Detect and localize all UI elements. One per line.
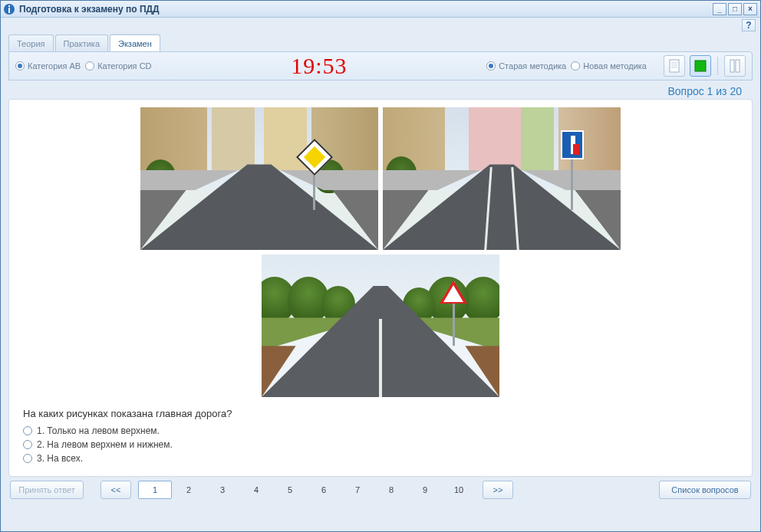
radio-category-ab[interactable]: Категория AB [15, 61, 81, 71]
question-counter: Вопрос 1 из 20 [8, 80, 753, 99]
radio-dot-icon [15, 61, 25, 71]
answer-option-1[interactable]: 1. Только на левом верхнем. [23, 424, 738, 438]
accept-answer-button[interactable]: Принять ответ [10, 481, 84, 499]
page-8[interactable]: 8 [374, 481, 408, 499]
page-numbers: 1 2 3 4 5 6 7 8 9 10 [137, 480, 476, 500]
tool-columns-icon[interactable] [724, 55, 746, 77]
radio-dot-icon [486, 61, 496, 71]
pager-bar: Принять ответ << 1 2 3 4 5 6 7 8 9 10 >>… [8, 477, 753, 503]
svg-rect-2 [670, 60, 679, 72]
tab-practice[interactable]: Практика [55, 34, 108, 51]
maximize-button[interactable]: □ [728, 3, 742, 15]
scene-bottom [262, 255, 499, 397]
answer-option-2[interactable]: 2. На левом верхнем и нижнем. [23, 438, 738, 452]
radio-icon [23, 440, 32, 449]
radio-category-ab-label: Категория AB [28, 61, 81, 71]
radio-icon [23, 454, 32, 463]
question-text: На каких рисунках показана главная дорог… [23, 408, 738, 419]
page-2[interactable]: 2 [172, 481, 206, 499]
answer-3-label: 3. На всех. [37, 453, 83, 464]
page-5[interactable]: 5 [273, 481, 307, 499]
exam-timer: 19:53 [291, 53, 347, 78]
page-4[interactable]: 4 [239, 481, 273, 499]
help-strip: ? [1, 18, 760, 33]
crossroads-warning-sign-icon [440, 281, 467, 304]
scene-top-left [140, 107, 378, 250]
tool-page-icon[interactable] [664, 55, 685, 77]
tool-image-mode-icon[interactable] [690, 55, 711, 77]
question-list-button[interactable]: Список вопросов [659, 481, 751, 499]
app-window: Подготовка к экзамену по ПДД _ □ × ? Тео… [0, 0, 761, 532]
minimize-button[interactable]: _ [713, 3, 726, 15]
answer-option-3[interactable]: 3. На всех. [23, 452, 738, 465]
close-button[interactable]: × [743, 3, 757, 15]
image-row-top [23, 107, 738, 250]
radio-new-method-label: Новая методика [583, 61, 647, 71]
svg-rect-1 [8, 8, 10, 13]
question-panel: На каких рисунках показана главная дорог… [8, 99, 753, 477]
scene-top-right [383, 107, 621, 250]
svg-rect-0 [8, 5, 10, 7]
radio-category-cd[interactable]: Категория CD [85, 61, 151, 71]
radio-icon [23, 426, 32, 435]
window-controls: _ □ × [713, 3, 757, 15]
page-3[interactable]: 3 [206, 481, 239, 499]
tab-exam[interactable]: Экзамен [110, 34, 160, 51]
toolbar-separator [717, 57, 718, 75]
svg-rect-6 [695, 61, 706, 71]
tab-row: Теория Практика Экзамен [8, 33, 753, 51]
svg-rect-7 [730, 60, 734, 72]
answers-list: 1. Только на левом верхнем. 2. На левом … [23, 424, 738, 465]
radio-old-method-label: Старая методика [499, 61, 566, 71]
radio-dot-icon [571, 61, 580, 71]
answer-1-label: 1. Только на левом верхнем. [37, 425, 160, 436]
svg-rect-8 [736, 60, 740, 72]
help-button[interactable]: ? [742, 19, 756, 31]
title-bar: Подготовка к экзамену по ПДД _ □ × [1, 1, 760, 18]
page-9[interactable]: 9 [408, 481, 442, 499]
radio-dot-icon [85, 61, 94, 71]
toolbar: Категория AB Категория CD 19:53 Старая м… [8, 51, 753, 80]
window-title: Подготовка к экзамену по ПДД [19, 4, 160, 15]
next-page-button[interactable]: >> [483, 481, 513, 499]
app-icon [4, 4, 15, 15]
dead-end-sign-icon [561, 130, 584, 159]
page-7[interactable]: 7 [341, 481, 374, 499]
page-10[interactable]: 10 [442, 481, 476, 499]
prev-page-button[interactable]: << [100, 481, 131, 499]
radio-new-method[interactable]: Новая методика [571, 61, 647, 71]
outer-panel: Теория Практика Экзамен Категория AB Кат… [8, 33, 753, 503]
page-1[interactable]: 1 [138, 481, 172, 499]
radio-category-cd-label: Категория CD [97, 61, 151, 71]
radio-old-method[interactable]: Старая методика [486, 61, 566, 71]
priority-road-sign-icon [296, 139, 333, 176]
tab-theory[interactable]: Теория [8, 34, 54, 51]
page-6[interactable]: 6 [307, 481, 341, 499]
answer-2-label: 2. На левом верхнем и нижнем. [37, 439, 173, 450]
